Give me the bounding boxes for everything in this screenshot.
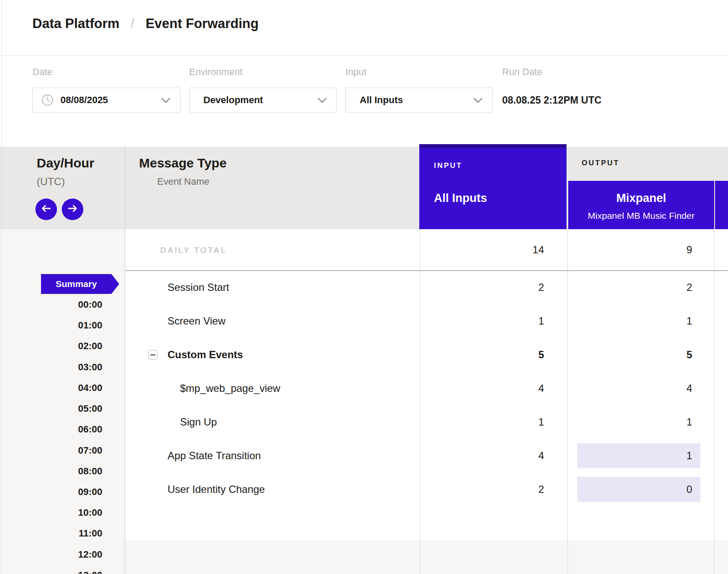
arrow-right-icon (67, 205, 78, 214)
daily-total-label: DAILY TOTAL (160, 246, 227, 254)
day-hour-timezone: (UTC) (37, 177, 65, 187)
row-label: Sign Up (180, 417, 217, 427)
input-section-label: INPUT (434, 162, 462, 169)
row-input-value: 2 (420, 282, 544, 293)
next-output-column-header-partial[interactable] (715, 181, 728, 229)
row-label: Session Start (168, 282, 229, 293)
hour-item-10[interactable]: 10:00 (0, 507, 102, 518)
event-forwarding-page: Data Platform / Event Forwarding Date En… (0, 0, 728, 574)
date-dropdown-value: 08/08/2025 (60, 95, 108, 105)
hour-item-03[interactable]: 03:00 (0, 362, 102, 372)
message-type-header: Message Type (139, 157, 227, 170)
daily-total-row: DAILY TOTAL 14 9 (0, 229, 728, 271)
collapse-minus-icon[interactable] (148, 350, 158, 360)
breadcrumb: Data Platform / Event Forwarding (32, 16, 259, 31)
row-input-value: 4 (420, 451, 544, 461)
environment-dropdown[interactable]: Development (189, 88, 337, 113)
row-output-value: 2 (567, 282, 692, 293)
column-border-input-output (567, 229, 568, 574)
row-label: App State Transition (168, 451, 261, 461)
hour-item-02[interactable]: 02:00 (0, 341, 102, 351)
chevron-down-icon (161, 98, 171, 103)
hour-item-08[interactable]: 08:00 (0, 466, 102, 476)
hour-item-12[interactable]: 12:00 (0, 549, 102, 560)
row-output-value: 5 (567, 350, 692, 360)
arrow-left-icon (41, 205, 51, 214)
run-date-value: 08.08.25 2:12PM UTC (502, 88, 601, 113)
daily-total-separator (125, 270, 728, 271)
chevron-down-icon (317, 98, 327, 103)
daily-total-input-value: 14 (420, 245, 544, 255)
event-name-subheader: Event Name (157, 177, 209, 186)
hour-item-06[interactable]: 06:00 (0, 424, 102, 435)
hour-item-09[interactable]: 09:00 (0, 486, 102, 497)
table-row-sign-up: Sign Up 1 1 (0, 405, 728, 439)
input-column-title: All Inputs (434, 192, 487, 204)
highlighted-output-cell[interactable]: 1 (577, 443, 700, 468)
next-day-button[interactable] (62, 199, 83, 220)
hour-item-00[interactable]: 00:00 (0, 299, 102, 310)
row-input-value: 2 (420, 484, 544, 495)
time-rail-border (125, 147, 125, 574)
row-label: User Identity Change (168, 484, 265, 495)
table-row-screen-view: Screen View 1 1 (0, 304, 728, 338)
input-column-header-accent (419, 144, 567, 148)
input-column-header[interactable]: INPUT All Inputs (419, 144, 567, 229)
summary-row-selector[interactable]: Summary (41, 274, 111, 294)
row-output-value: 0 (687, 483, 692, 495)
daily-total-output-value: 9 (567, 245, 692, 255)
hour-item-05[interactable]: 05:00 (0, 403, 102, 414)
row-output-value: 1 (687, 450, 692, 462)
environment-filter-label: Environment (189, 67, 243, 77)
hour-item-01[interactable]: 01:00 (0, 320, 102, 331)
row-output-value: 4 (567, 383, 692, 394)
mixpanel-column-header[interactable]: Mixpanel Mixpanel MB Music Finder (568, 181, 714, 229)
input-dropdown[interactable]: All Inputs (345, 88, 493, 113)
date-filter-label: Date (32, 67, 52, 77)
hour-item-07[interactable]: 07:00 (0, 445, 102, 456)
previous-day-button[interactable] (35, 199, 57, 220)
mixpanel-column-subtitle: Mixpanel MB Music Finder (568, 211, 714, 220)
row-label: Screen View (168, 316, 225, 326)
breadcrumb-data-platform[interactable]: Data Platform (32, 16, 120, 31)
row-input-value: 1 (420, 316, 544, 326)
hour-item-11[interactable]: 11:00 (0, 528, 102, 539)
day-hour-header: Day/Hour (37, 157, 94, 170)
column-border-message-input (420, 229, 420, 574)
row-label: Custom Events (168, 350, 243, 360)
row-label: $mp_web_page_view (180, 383, 280, 394)
environment-dropdown-value: Development (203, 95, 263, 105)
breadcrumb-separator: / (131, 16, 135, 31)
input-dropdown-value: All Inputs (360, 95, 403, 105)
header-divider (0, 55, 728, 56)
run-date-label: Run Date (502, 67, 542, 77)
table-row-custom-events: Custom Events 5 5 (0, 338, 728, 372)
summary-selector-arrow (111, 274, 119, 294)
input-filter-label: Input (345, 67, 367, 77)
table-row-mp-web-page-view: $mp_web_page_view 4 4 (0, 372, 728, 405)
hour-item-13[interactable]: 13:00 (0, 570, 102, 574)
hour-item-04[interactable]: 04:00 (0, 382, 102, 393)
row-output-value: 1 (567, 417, 692, 427)
page-left-border (1, 0, 2, 574)
row-input-value: 4 (420, 383, 544, 394)
highlighted-output-cell[interactable]: 0 (577, 477, 700, 502)
table-footer-area (125, 540, 728, 574)
row-output-value: 1 (567, 316, 692, 326)
column-border-output-next (714, 229, 715, 574)
chevron-down-icon (473, 98, 483, 103)
row-input-value: 1 (420, 417, 544, 427)
mixpanel-column-title: Mixpanel (568, 192, 714, 204)
output-section-label: OUTPUT (582, 159, 620, 167)
table-row-app-state-transition: App State Transition 4 1 (0, 439, 728, 473)
row-input-value: 5 (420, 350, 544, 360)
date-dropdown[interactable]: 08/08/2025 (32, 88, 180, 113)
table-row-user-identity-change: User Identity Change 2 0 (0, 473, 728, 506)
clock-icon (41, 94, 54, 106)
breadcrumb-event-forwarding: Event Forwarding (146, 16, 259, 31)
